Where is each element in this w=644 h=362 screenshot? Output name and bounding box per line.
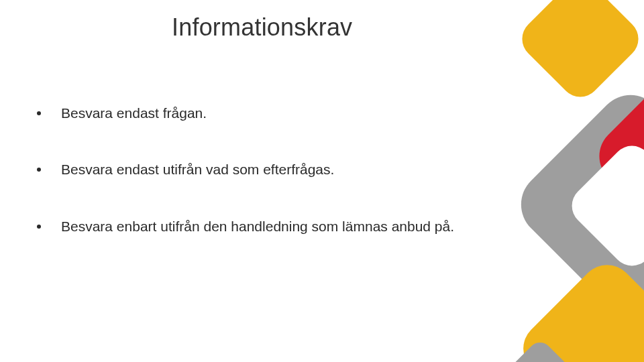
svg-rect-3: [564, 137, 644, 274]
slide: Informationskrav Besvara endast frågan. …: [0, 0, 644, 362]
list-item: Besvara enbart utifrån den handledning s…: [37, 217, 553, 236]
bullet-list: Besvara endast frågan. Besvara endast ut…: [37, 104, 553, 274]
bullet-text: Besvara endast utifrån vad som efterfråg…: [61, 160, 334, 179]
svg-rect-5: [510, 337, 578, 362]
bullet-icon: [37, 168, 41, 172]
list-item: Besvara endast utifrån vad som efterfråg…: [37, 160, 553, 179]
page-title: Informationskrav: [172, 13, 352, 42]
svg-rect-0: [514, 0, 644, 105]
bullet-text: Besvara enbart utifrån den handledning s…: [61, 217, 454, 236]
bullet-text: Besvara endast frågan.: [61, 104, 207, 123]
list-item: Besvara endast frågan.: [37, 104, 553, 123]
bullet-icon: [37, 111, 41, 115]
svg-rect-2: [587, 76, 644, 237]
bullet-icon: [37, 225, 41, 229]
